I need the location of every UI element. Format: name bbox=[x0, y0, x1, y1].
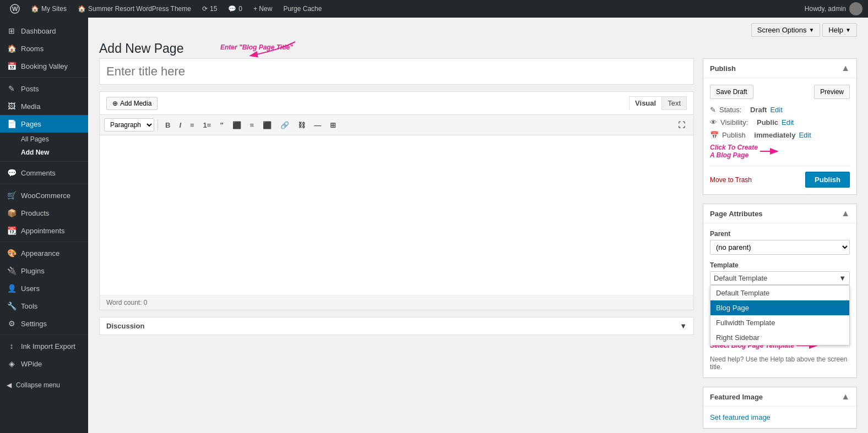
move-to-trash-link[interactable]: Move to Trash bbox=[710, 176, 752, 184]
tab-text[interactable]: Text bbox=[661, 96, 687, 110]
ink-icon: ↕ bbox=[7, 342, 17, 350]
help-text: Need help? Use the Help tab above the sc… bbox=[710, 355, 850, 371]
template-dropdown-wrap: Default Template ▼ Default Template Blog… bbox=[710, 271, 850, 285]
screen-options-btn[interactable]: Screen Options ▼ bbox=[751, 23, 821, 37]
visibility-icon: 👁 bbox=[710, 118, 717, 127]
sidebar-item-label: Rooms bbox=[21, 45, 44, 53]
toolbar-separator bbox=[158, 119, 158, 130]
theme-link[interactable]: 🏠 Summer Resort WordPress Theme bbox=[73, 5, 196, 13]
sidebar-item-rooms[interactable]: 🏠 Rooms bbox=[0, 40, 88, 57]
page-title-input[interactable] bbox=[99, 58, 694, 85]
collapse-menu-btn[interactable]: ◀ Collapse menu bbox=[0, 377, 88, 393]
template-label: Template bbox=[710, 261, 850, 269]
sidebar-item-label: Products bbox=[21, 209, 49, 217]
visibility-edit-link[interactable]: Edit bbox=[782, 118, 794, 127]
sidebar-item-dashboard[interactable]: ⊞ Dashboard bbox=[0, 22, 88, 40]
sidebar-item-settings[interactable]: ⚙ Settings bbox=[0, 315, 88, 332]
table-btn[interactable]: ⊞ bbox=[326, 119, 340, 131]
template-dropdown: Default Template Blog Page Fullwidth Tem… bbox=[710, 285, 850, 346]
unlink-btn[interactable]: ⛓ bbox=[294, 119, 309, 131]
align-right-btn[interactable]: ⬛ bbox=[259, 119, 275, 131]
link-btn[interactable]: 🔗 bbox=[276, 119, 293, 131]
sidebar-item-media[interactable]: 🖼 Media bbox=[0, 97, 88, 115]
help-btn[interactable]: Help ▼ bbox=[822, 23, 857, 37]
format-select[interactable]: Paragraph bbox=[104, 118, 154, 131]
page-attributes-metabox: Page Attributes ▲ Parent (no parent) Tem… bbox=[703, 204, 857, 378]
sidebar-item-label: Settings bbox=[21, 320, 47, 328]
template-option-rightsidebar[interactable]: Right Sidebar bbox=[710, 330, 849, 345]
publish-toggle-icon[interactable]: ▲ bbox=[841, 63, 850, 73]
format-toolbar: Paragraph B I ≡ 1≡ " ⬛ ≡ ⬛ 🔗 ⛓ — bbox=[100, 115, 693, 135]
publish-metabox-header: Publish ▲ bbox=[703, 59, 856, 78]
sidebar-item-wpide[interactable]: ◈ WPide bbox=[0, 355, 88, 372]
italic-btn[interactable]: I bbox=[175, 119, 185, 131]
template-option-default[interactable]: Default Template bbox=[710, 286, 849, 300]
set-featured-image-link[interactable]: Set featured image bbox=[710, 413, 771, 421]
featured-image-toggle-icon[interactable]: ▲ bbox=[841, 392, 850, 402]
sidebar-item-tools[interactable]: 🔧 Tools bbox=[0, 297, 88, 315]
visual-text-tabs: Visual Text bbox=[629, 96, 687, 110]
sidebar-item-appearance[interactable]: 🎨 Appearance bbox=[0, 244, 88, 262]
sidebar-item-posts[interactable]: ✎ Posts bbox=[0, 80, 88, 97]
ordered-list-btn[interactable]: 1≡ bbox=[199, 119, 215, 131]
template-option-fullwidth[interactable]: Fullwidth Template bbox=[710, 315, 849, 330]
sidebar-item-ink-import-export[interactable]: ↕ Ink Import Export bbox=[0, 337, 88, 355]
blockquote-btn[interactable]: " bbox=[216, 119, 227, 131]
sidebar-item-products[interactable]: 📦 Products bbox=[0, 204, 88, 222]
template-select[interactable]: Default Template ▼ bbox=[710, 271, 850, 285]
save-draft-btn[interactable]: Save Draft bbox=[710, 85, 753, 99]
page-attributes-body: Parent (no parent) Template Default Temp… bbox=[703, 223, 856, 377]
sidebar-item-label: Appointments bbox=[21, 227, 65, 235]
tab-visual[interactable]: Visual bbox=[629, 96, 661, 110]
sidebar-sub-add-new[interactable]: Add New bbox=[0, 146, 88, 159]
sidebar-item-label: Appearance bbox=[21, 249, 59, 257]
sidebar-item-woocommerce[interactable]: 🛒 WooCommerce bbox=[0, 187, 88, 204]
dashboard-icon: ⊞ bbox=[7, 26, 17, 35]
sidebar-item-plugins[interactable]: 🔌 Plugins bbox=[0, 262, 88, 279]
wp-logo[interactable]: W bbox=[6, 4, 24, 14]
template-option-blog[interactable]: Blog Page bbox=[710, 300, 849, 315]
fullscreen-btn[interactable]: ⛶ bbox=[674, 119, 689, 131]
align-center-btn[interactable]: ≡ bbox=[246, 119, 258, 131]
align-left-btn[interactable]: ⬛ bbox=[229, 119, 245, 131]
more-btn[interactable]: — bbox=[310, 119, 325, 131]
sidebar-sub-all-pages[interactable]: All Pages bbox=[0, 133, 88, 146]
publish-schedule-edit-link[interactable]: Edit bbox=[799, 131, 811, 139]
purge-cache-link[interactable]: Purge Cache bbox=[279, 5, 326, 13]
publish-metabox: Publish ▲ Save Draft Preview bbox=[703, 58, 857, 195]
updates-link[interactable]: ⟳ 15 bbox=[198, 5, 221, 13]
unordered-list-btn[interactable]: ≡ bbox=[186, 119, 198, 131]
sidebar-item-appointments[interactable]: 📆 Appointments bbox=[0, 222, 88, 239]
discussion-toggle[interactable]: Discussion ▼ bbox=[100, 317, 693, 335]
add-media-btn[interactable]: ⊕ Add Media bbox=[106, 97, 158, 110]
products-icon: 📦 bbox=[7, 209, 17, 217]
parent-select[interactable]: (no parent) bbox=[710, 240, 850, 255]
publish-btn[interactable]: Publish bbox=[805, 172, 850, 188]
bold-btn[interactable]: B bbox=[161, 119, 174, 131]
template-chevron-icon: ▼ bbox=[839, 274, 846, 282]
featured-image-header: Featured Image ▲ bbox=[703, 387, 856, 407]
page-attributes-toggle-icon[interactable]: ▲ bbox=[841, 209, 850, 218]
sidebar-item-comments[interactable]: 💬 Comments bbox=[0, 164, 88, 182]
status-edit-link[interactable]: Edit bbox=[770, 106, 782, 114]
sidebar-item-booking-valley[interactable]: 📅 Booking Valley bbox=[0, 57, 88, 75]
featured-image-body: Set featured image bbox=[703, 407, 856, 428]
appointments-icon: 📆 bbox=[7, 226, 17, 235]
updates-icon: ⟳ bbox=[202, 5, 208, 13]
sidebar-item-label: Comments bbox=[21, 169, 56, 177]
status-icon: ✎ bbox=[710, 106, 716, 114]
featured-image-metabox: Featured Image ▲ Set featured image bbox=[703, 387, 857, 429]
comments-link[interactable]: 💬 0 bbox=[224, 5, 247, 13]
editor-body[interactable] bbox=[100, 135, 693, 295]
new-link[interactable]: + New bbox=[249, 5, 276, 13]
admin-bar: W 🏠 My Sites 🏠 Summer Resort WordPress T… bbox=[0, 0, 868, 18]
my-sites-link[interactable]: 🏠 My Sites bbox=[26, 5, 71, 13]
sidebar-item-users[interactable]: 👤 Users bbox=[0, 279, 88, 297]
sidebar-item-pages[interactable]: 📄 Pages bbox=[0, 115, 88, 133]
tools-icon: 🔧 bbox=[7, 302, 17, 310]
sidebar-item-label: WooCommerce bbox=[21, 191, 70, 200]
preview-btn[interactable]: Preview bbox=[814, 85, 850, 99]
sidebar-item-label: Media bbox=[21, 102, 40, 111]
word-count: Word count: 0 bbox=[100, 295, 693, 310]
main-content: Screen Options ▼ Help ▼ Add New Page Ent… bbox=[88, 18, 868, 433]
